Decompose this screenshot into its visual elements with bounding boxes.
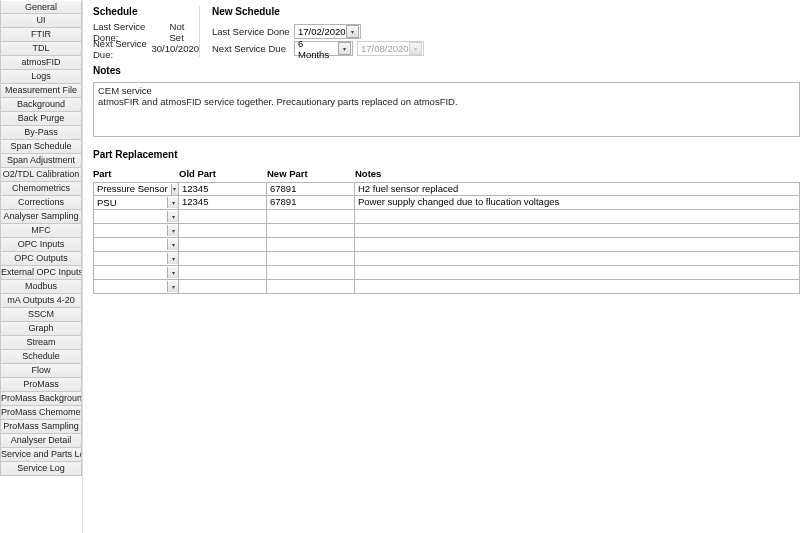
chevron-down-icon[interactable]: ▾ xyxy=(167,253,178,264)
new-part-cell[interactable] xyxy=(267,252,355,266)
old-part-cell[interactable] xyxy=(179,224,267,238)
new-part-cell[interactable] xyxy=(267,224,355,238)
sidebar-item-analyser-sampling[interactable]: Analyser Sampling xyxy=(0,210,82,224)
sidebar-item-ui[interactable]: UI xyxy=(0,14,82,28)
chevron-down-icon[interactable]: ▾ xyxy=(346,25,359,38)
new-part-cell[interactable]: 67891 xyxy=(267,196,355,210)
row-notes-cell[interactable] xyxy=(355,224,800,238)
table-row: ▾ xyxy=(93,210,800,224)
new-part-cell[interactable] xyxy=(267,266,355,280)
sidebar-item-analyser-detail[interactable]: Analyser Detail xyxy=(0,434,82,448)
table-row: Pressure Sensor▾1234567891H2 fuel sensor… xyxy=(93,182,800,196)
table-row: ▾ xyxy=(93,224,800,238)
part-cell[interactable]: Pressure Sensor▾ xyxy=(93,182,179,196)
sidebar-item-mfc[interactable]: MFC xyxy=(0,224,82,238)
part-cell[interactable]: ▾ xyxy=(93,266,179,280)
ns-interval-value: 6 Months xyxy=(295,38,337,60)
sidebar-item-general[interactable]: General xyxy=(0,0,82,14)
sidebar-item-external-opc-inputs[interactable]: External OPC Inputs xyxy=(0,266,82,280)
row-notes-cell[interactable]: H2 fuel sensor replaced xyxy=(355,182,800,196)
old-part-cell[interactable]: 12345 xyxy=(179,182,267,196)
sidebar-item-promass-sampling[interactable]: ProMass Sampling xyxy=(0,420,82,434)
chevron-down-icon[interactable]: ▾ xyxy=(167,267,178,278)
row-notes-cell[interactable] xyxy=(355,266,800,280)
sidebar-item-tdl[interactable]: TDL xyxy=(0,42,82,56)
new-part-cell[interactable]: 67891 xyxy=(267,182,355,196)
chevron-down-icon[interactable]: ▾ xyxy=(167,197,178,208)
sidebar-item-span-schedule[interactable]: Span Schedule xyxy=(0,140,82,154)
part-cell[interactable]: ▾ xyxy=(93,252,179,266)
row-notes-cell[interactable] xyxy=(355,280,800,294)
sidebar-item-opc-outputs[interactable]: OPC Outputs xyxy=(0,252,82,266)
chevron-down-icon[interactable]: ▾ xyxy=(167,211,178,222)
row-notes-cell[interactable] xyxy=(355,210,800,224)
parts-title: Part Replacement xyxy=(93,149,800,160)
sidebar-item-back-purge[interactable]: Back Purge xyxy=(0,112,82,126)
row-notes-cell[interactable] xyxy=(355,252,800,266)
old-part-cell[interactable] xyxy=(179,210,267,224)
old-part-cell[interactable]: 12345 xyxy=(179,196,267,210)
sidebar-item-opc-inputs[interactable]: OPC Inputs xyxy=(0,238,82,252)
new-schedule-title: New Schedule xyxy=(212,6,800,17)
chevron-down-icon[interactable]: ▾ xyxy=(167,281,178,292)
new-part-cell[interactable] xyxy=(267,280,355,294)
sidebar-item-service-log[interactable]: Service Log xyxy=(0,462,82,476)
new-part-cell[interactable] xyxy=(267,210,355,224)
next-service-due-value: 30/10/2020 xyxy=(151,43,199,54)
old-part-cell[interactable] xyxy=(179,238,267,252)
chevron-down-icon[interactable]: ▾ xyxy=(338,42,351,55)
sidebar-item-chemometrics[interactable]: Chemometrics xyxy=(0,182,82,196)
table-row: ▾ xyxy=(93,252,800,266)
sidebar-item-graph[interactable]: Graph xyxy=(0,322,82,336)
sidebar-item-ma-outputs-4-20[interactable]: mA Outputs 4-20 xyxy=(0,294,82,308)
ns-next-due-label: Next Service Due xyxy=(212,43,290,54)
sidebar-item-span-adjustment[interactable]: Span Adjustment xyxy=(0,154,82,168)
sidebar: GeneralUIFTIRTDLatmosFIDLogsMeasurement … xyxy=(0,0,83,533)
table-row: ▾ xyxy=(93,266,800,280)
part-cell[interactable]: ▾ xyxy=(93,210,179,224)
sidebar-item-modbus[interactable]: Modbus xyxy=(0,280,82,294)
ns-last-done-value: 17/02/2020 xyxy=(295,26,345,37)
part-cell[interactable]: PSU▾ xyxy=(93,196,179,210)
sidebar-item-background[interactable]: Background xyxy=(0,98,82,112)
sidebar-item-corrections[interactable]: Corrections xyxy=(0,196,82,210)
chevron-down-icon[interactable]: ▾ xyxy=(167,239,178,250)
sidebar-item-sscm[interactable]: SSCM xyxy=(0,308,82,322)
sidebar-item-promass-background[interactable]: ProMass Background xyxy=(0,392,82,406)
ns-last-done-label: Last Service Done xyxy=(212,26,290,37)
chevron-down-icon[interactable]: ▾ xyxy=(171,184,178,195)
sidebar-item-flow[interactable]: Flow xyxy=(0,364,82,378)
sidebar-item-promass[interactable]: ProMass xyxy=(0,378,82,392)
sidebar-item-measurement-file[interactable]: Measurement File xyxy=(0,84,82,98)
notes-title: Notes xyxy=(93,65,800,76)
schedule-title: Schedule xyxy=(93,6,199,17)
col-notes: Notes xyxy=(355,168,800,182)
sidebar-item-schedule[interactable]: Schedule xyxy=(0,350,82,364)
sidebar-item-promass-chemometrics[interactable]: ProMass Chemometrics xyxy=(0,406,82,420)
part-cell[interactable]: ▾ xyxy=(93,224,179,238)
old-part-cell[interactable] xyxy=(179,280,267,294)
sidebar-item-o2-tdl-calibration[interactable]: O2/TDL Calibration xyxy=(0,168,82,182)
sidebar-item-by-pass[interactable]: By-Pass xyxy=(0,126,82,140)
part-cell[interactable]: ▾ xyxy=(93,280,179,294)
table-row: ▾ xyxy=(93,280,800,294)
sidebar-item-logs[interactable]: Logs xyxy=(0,70,82,84)
notes-textarea[interactable] xyxy=(93,82,800,137)
last-service-done-value: Not Set xyxy=(170,21,199,43)
row-notes-cell[interactable]: Power supply changed due to flucation vo… xyxy=(355,196,800,210)
old-part-cell[interactable] xyxy=(179,266,267,280)
sidebar-item-service-and-parts-log[interactable]: Service and Parts Log xyxy=(0,448,82,462)
part-cell[interactable]: ▾ xyxy=(93,238,179,252)
sidebar-item-ftir[interactable]: FTIR xyxy=(0,28,82,42)
part-value: Pressure Sensor xyxy=(94,183,171,195)
sidebar-item-stream[interactable]: Stream xyxy=(0,336,82,350)
main-panel: Schedule Last Service Done: Not Set Next… xyxy=(83,0,800,533)
sidebar-item-atmosfid[interactable]: atmosFID xyxy=(0,56,82,70)
old-part-cell[interactable] xyxy=(179,252,267,266)
chevron-down-icon[interactable]: ▾ xyxy=(167,225,178,236)
table-row: PSU▾1234567891Power supply changed due t… xyxy=(93,196,800,210)
col-new-part: New Part xyxy=(267,168,355,182)
ns-interval-select[interactable]: 6 Months ▾ xyxy=(294,41,353,56)
row-notes-cell[interactable] xyxy=(355,238,800,252)
new-part-cell[interactable] xyxy=(267,238,355,252)
